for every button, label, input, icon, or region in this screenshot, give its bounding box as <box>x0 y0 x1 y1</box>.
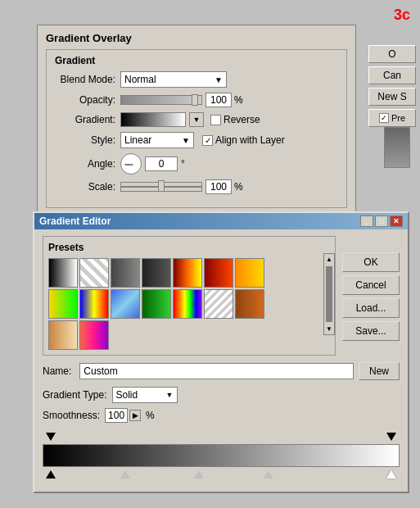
opacity-value[interactable]: 100 <box>205 93 232 107</box>
opacity-thumb <box>192 94 198 106</box>
smoothness-unit: % <box>146 410 155 421</box>
presets-area: Presets <box>43 236 400 362</box>
gradient-type-select[interactable]: Solid ▼ <box>112 387 178 403</box>
gradient-editor-title: Gradient Editor <box>39 215 111 227</box>
gradient-type-label: Gradient Type: <box>43 389 107 401</box>
preview-swatch <box>384 127 410 168</box>
name-row: Name: New <box>43 362 400 380</box>
gradient-editor-titlebar: Gradient Editor _ □ ✕ <box>34 213 408 229</box>
gradient-type-row: Gradient Type: Solid ▼ <box>43 387 400 403</box>
name-label: Name: <box>43 365 71 377</box>
preset-item[interactable] <box>204 289 233 319</box>
blend-mode-row: Blend Mode: Normal ▼ <box>55 71 338 88</box>
scroll-down-arrow[interactable]: ▼ <box>326 325 332 333</box>
gradient-label: Gradient: <box>55 114 120 125</box>
editor-action-buttons: OK Cancel Load... Save... <box>342 236 400 362</box>
cancel-button[interactable]: Can <box>368 66 416 84</box>
smoothness-increment-arrow[interactable]: ▶ <box>129 410 141 421</box>
preset-item[interactable] <box>48 258 78 288</box>
color-stop-left-black[interactable] <box>46 470 56 479</box>
smoothness-value[interactable]: 100 <box>105 408 128 423</box>
presets-grid <box>48 258 286 350</box>
opacity-slider[interactable] <box>120 95 202 105</box>
preview-checkbox[interactable]: ✓ <box>379 113 389 123</box>
scale-unit: % <box>234 181 243 193</box>
preset-item[interactable] <box>111 258 140 288</box>
color-stops-row <box>43 467 400 480</box>
preset-item[interactable] <box>235 258 264 288</box>
angle-unit: ° <box>181 158 185 170</box>
preset-item[interactable] <box>235 289 264 319</box>
gradient-preview[interactable] <box>120 112 186 127</box>
name-input[interactable] <box>79 363 354 379</box>
close-button[interactable]: ✕ <box>390 215 403 227</box>
opacity-stop-right[interactable] <box>386 433 396 441</box>
gradient-section-title: Gradient <box>55 55 338 66</box>
preset-item[interactable] <box>79 258 109 288</box>
color-stop-mid3[interactable] <box>264 470 273 479</box>
scale-row: Scale: 100 % <box>55 179 338 194</box>
opacity-unit: % <box>234 94 243 106</box>
new-gradient-button[interactable]: New <box>359 362 400 380</box>
panel-title: Gradient Overlay <box>46 32 347 44</box>
align-label: Align with Layer <box>215 134 285 146</box>
overlay-right-buttons: O Can New S ✓ Pre <box>368 45 416 127</box>
smoothness-input-group: 100 ▶ <box>105 408 141 423</box>
style-row: Style: Linear ▼ ✓ Align with Layer <box>55 132 338 148</box>
new-style-button[interactable]: New S <box>368 88 416 106</box>
preset-item[interactable] <box>142 258 171 288</box>
scale-slider[interactable] <box>120 182 202 192</box>
maximize-button[interactable]: □ <box>375 215 388 227</box>
preset-item[interactable] <box>48 320 78 350</box>
style-select[interactable]: Linear ▼ <box>120 132 194 148</box>
opacity-stop-left[interactable] <box>46 433 56 441</box>
gradient-overlay-panel: Gradient Overlay Gradient Blend Mode: No… <box>37 25 356 217</box>
angle-dial[interactable] <box>120 153 142 175</box>
window-controls: _ □ ✕ <box>360 215 403 227</box>
preset-item[interactable] <box>204 258 233 288</box>
editor-load-button[interactable]: Load... <box>342 298 400 318</box>
preset-item[interactable] <box>142 289 171 319</box>
opacity-stops-row <box>43 431 400 444</box>
reverse-checkbox[interactable] <box>210 115 221 125</box>
editor-cancel-button[interactable]: Cancel <box>342 275 400 295</box>
style-label: Style: <box>55 134 120 146</box>
ok-button[interactable]: O <box>368 45 416 63</box>
angle-value[interactable]: 0 <box>145 156 178 171</box>
presets-section: Presets <box>43 236 336 356</box>
blend-mode-label: Blend Mode: <box>55 74 120 85</box>
color-stop-right-white[interactable] <box>386 470 396 479</box>
color-stop-mid2[interactable] <box>194 470 204 479</box>
gradient-bar[interactable] <box>43 444 400 467</box>
align-checkbox[interactable]: ✓ <box>202 135 213 146</box>
preset-item[interactable] <box>79 289 109 319</box>
angle-control: 0 ° <box>120 153 185 175</box>
gradient-row: Gradient: ▼ Reverse <box>55 112 338 127</box>
preset-item[interactable] <box>173 258 202 288</box>
color-stop-mid1[interactable] <box>120 470 130 479</box>
blend-mode-select[interactable]: Normal ▼ <box>120 71 227 88</box>
presets-scrollbar[interactable]: ▲ ▼ <box>323 253 335 335</box>
scroll-up-arrow[interactable]: ▲ <box>326 256 332 263</box>
preset-item[interactable] <box>79 320 109 350</box>
gradient-bar-container <box>43 431 400 480</box>
type-select-arrow: ▼ <box>166 391 174 399</box>
scroll-thumb <box>326 266 332 322</box>
scale-thumb <box>158 180 165 192</box>
gradient-editor-window: Gradient Editor _ □ ✕ Presets <box>33 211 409 493</box>
editor-ok-button[interactable]: OK <box>342 252 400 272</box>
smoothness-label: Smoothness: <box>43 410 100 421</box>
scale-value[interactable]: 100 <box>205 179 232 194</box>
preset-item[interactable] <box>173 289 202 319</box>
preset-item[interactable] <box>111 289 140 319</box>
smoothness-row: Smoothness: 100 ▶ % <box>43 408 400 423</box>
minimize-button[interactable]: _ <box>360 215 373 227</box>
editor-save-button[interactable]: Save... <box>342 321 400 341</box>
align-checkbox-group: ✓ Align with Layer <box>202 134 285 146</box>
preview-button[interactable]: ✓ Pre <box>368 109 416 127</box>
gradient-section: Gradient Blend Mode: Normal ▼ Opacity: 1… <box>46 49 347 208</box>
preset-item[interactable] <box>48 289 78 319</box>
style-arrow: ▼ <box>182 136 190 145</box>
opacity-label: Opacity: <box>55 94 120 106</box>
gradient-dropdown-btn[interactable]: ▼ <box>189 112 204 127</box>
